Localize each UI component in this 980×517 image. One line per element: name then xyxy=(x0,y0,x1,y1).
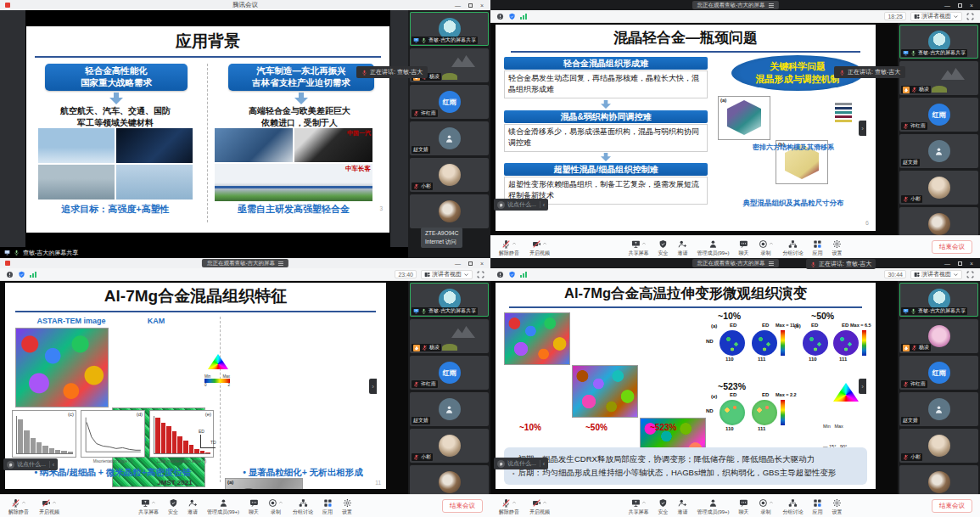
menu-icon[interactable] xyxy=(278,261,283,266)
menu-icon[interactable] xyxy=(769,3,774,8)
manage-members-button[interactable]: 管理成员(99+) xyxy=(697,239,729,257)
window-titlebar[interactable]: 您正在观看查敏-吉大的屏幕 — × xyxy=(490,0,980,10)
minimize-button[interactable]: — xyxy=(455,261,461,267)
participant-tile[interactable]: 杨凌 xyxy=(899,61,978,95)
window-titlebar[interactable]: 您正在观看查敏-吉大的屏幕 — × xyxy=(0,258,490,268)
chevron-up-icon[interactable] xyxy=(151,500,156,505)
breakout-rooms-button[interactable]: 分组讨论 xyxy=(783,497,804,516)
participant-tile[interactable] xyxy=(410,465,489,494)
participant-tile[interactable]: 红雨 许红雨 xyxy=(899,98,978,132)
participant-tile[interactable]: 红雨 许红雨 xyxy=(899,356,978,390)
sidebar-collapse-button[interactable]: › xyxy=(859,121,866,136)
info-icon[interactable] xyxy=(496,271,504,278)
minimize-button[interactable]: — xyxy=(944,261,950,267)
network-signal-icon[interactable] xyxy=(520,271,527,278)
chevron-up-icon[interactable] xyxy=(21,500,26,505)
chat-input-pill[interactable]: 说点什么... ‹ xyxy=(3,458,58,470)
chevron-up-icon[interactable] xyxy=(512,241,517,246)
network-signal-icon[interactable] xyxy=(30,271,36,278)
participant-tile[interactable]: 红雨 许红雨 xyxy=(410,85,489,119)
share-screen-button[interactable]: 共享屏幕 xyxy=(138,497,159,516)
participant-tile[interactable] xyxy=(899,207,978,235)
fullscreen-icon[interactable] xyxy=(966,271,974,278)
chat-input-pill[interactable]: 说点什么... ‹ xyxy=(494,458,548,469)
minimize-button[interactable]: — xyxy=(455,3,461,8)
record-button[interactable]: 录制 xyxy=(759,497,774,516)
maximize-button[interactable] xyxy=(958,3,962,8)
participant-tile[interactable]: 赵文婧 xyxy=(410,392,489,426)
record-button[interactable]: 录制 xyxy=(759,239,774,257)
record-button[interactable]: 录制 xyxy=(268,497,283,516)
chevron-up-icon[interactable] xyxy=(769,500,774,505)
participant-tile[interactable]: 红雨 许红雨 xyxy=(410,356,489,390)
start-video-button[interactable]: 开启视频 xyxy=(529,239,550,257)
chevron-up-icon[interactable] xyxy=(542,500,547,505)
security-button[interactable]: 安全 xyxy=(168,497,178,516)
security-button[interactable]: 安全 xyxy=(658,239,668,257)
close-button[interactable]: × xyxy=(970,3,973,8)
breakout-rooms-button[interactable]: 分组讨论 xyxy=(783,239,804,257)
participant-tile-presenter[interactable]: 查敏-吉大的屏幕共享 xyxy=(899,25,978,59)
chat-button[interactable]: 聊天 xyxy=(739,239,749,257)
security-button[interactable]: 安全 xyxy=(658,497,668,516)
participant-tile[interactable]: 小彬 xyxy=(899,171,978,205)
participant-tile[interactable]: 小彬 xyxy=(410,429,489,463)
maximize-button[interactable] xyxy=(468,261,473,266)
chevron-up-icon[interactable] xyxy=(52,500,57,505)
security-shield-icon[interactable] xyxy=(508,271,516,278)
chevron-up-icon[interactable] xyxy=(769,241,774,246)
chevron-up-icon[interactable] xyxy=(641,241,646,246)
share-screen-button[interactable]: 共享屏幕 xyxy=(628,497,648,516)
chat-input-pill[interactable]: 说点什么... ‹ xyxy=(494,199,548,211)
view-mode-button[interactable]: 演讲者视图 xyxy=(910,12,962,21)
chat-collapse-icon[interactable]: ‹ xyxy=(53,462,54,468)
participant-tile[interactable]: 杨凌 xyxy=(410,319,489,353)
end-meeting-button[interactable]: 结束会议 xyxy=(442,499,483,513)
settings-button[interactable]: 设置 xyxy=(832,497,843,516)
participant-tile[interactable]: 杨凌 xyxy=(899,319,978,353)
participant-tile[interactable] xyxy=(899,465,978,494)
participant-tile-presenter[interactable]: 查敏-吉大的屏幕共享 xyxy=(410,283,489,317)
chevron-up-icon[interactable] xyxy=(641,500,646,505)
window-titlebar[interactable]: 腾讯会议 — × xyxy=(0,0,490,10)
chevron-up-icon[interactable] xyxy=(278,500,283,505)
view-mode-button[interactable]: 演讲者视图 xyxy=(421,270,473,279)
fullscreen-icon[interactable] xyxy=(966,13,974,20)
apps-button[interactable]: 应用 xyxy=(322,497,333,516)
invite-button[interactable]: 邀请 xyxy=(677,497,687,516)
participant-tile[interactable]: 赵文婧 xyxy=(410,121,489,155)
breakout-rooms-button[interactable]: 分组讨论 xyxy=(293,497,313,516)
participant-tile[interactable]: 赵文婧 xyxy=(899,392,978,426)
chevron-up-icon[interactable] xyxy=(542,241,547,246)
network-signal-icon[interactable] xyxy=(520,13,527,20)
apps-button[interactable]: 应用 xyxy=(813,239,823,257)
chat-collapse-icon[interactable]: ‹ xyxy=(543,202,545,208)
close-button[interactable]: × xyxy=(970,261,973,267)
info-icon[interactable] xyxy=(496,13,504,20)
security-shield-icon[interactable] xyxy=(508,13,516,20)
info-icon[interactable] xyxy=(6,271,14,278)
manage-members-button[interactable]: 管理成员(99+) xyxy=(697,497,729,516)
participant-tile-presenter[interactable]: 查敏-吉大的屏幕共享 xyxy=(410,12,489,46)
unmute-button[interactable]: 解除静音 xyxy=(499,239,519,257)
settings-button[interactable]: 设置 xyxy=(832,239,843,257)
sidebar-collapse-button[interactable]: › xyxy=(859,379,866,394)
unmute-button[interactable]: 解除静音 xyxy=(499,497,519,516)
chevron-up-icon[interactable] xyxy=(512,500,517,505)
invite-button[interactable]: 邀请 xyxy=(677,239,687,257)
minimize-button[interactable]: — xyxy=(944,3,950,8)
close-button[interactable]: × xyxy=(480,3,484,8)
participant-tile[interactable]: 小彬 xyxy=(899,429,978,463)
invite-button[interactable]: 邀请 xyxy=(188,497,198,516)
manage-members-button[interactable]: 管理成员(99+) xyxy=(207,497,239,516)
menu-icon[interactable] xyxy=(769,261,774,266)
start-video-button[interactable]: 开启视频 xyxy=(39,497,59,516)
share-screen-button[interactable]: 共享屏幕 xyxy=(628,239,648,257)
end-meeting-button[interactable]: 结束会议 xyxy=(932,499,972,513)
end-meeting-button[interactable]: 结束会议 xyxy=(932,240,972,254)
maximize-button[interactable] xyxy=(468,3,473,8)
close-button[interactable]: × xyxy=(480,261,484,267)
unmute-button[interactable]: 解除静音 xyxy=(8,497,29,516)
window-titlebar[interactable]: 您正在观看查敏-吉大的屏幕 — × xyxy=(490,258,980,268)
participant-tile[interactable] xyxy=(410,194,489,228)
